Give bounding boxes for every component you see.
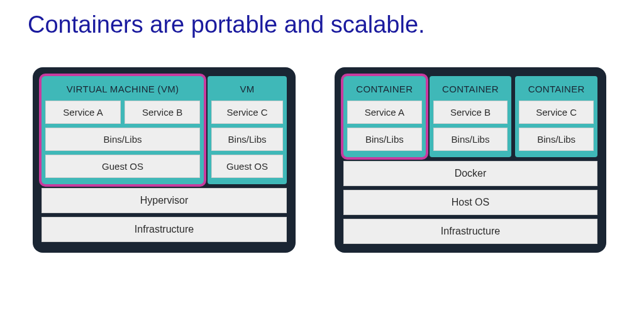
vm-services-row: Service C [208, 101, 287, 124]
vm-box: VM Service C Bins/Libs Guest OS [208, 76, 287, 184]
infrastructure-layer: Infrastructure [343, 219, 597, 244]
service-cell: Service C [211, 101, 283, 124]
service-cell: Service A [347, 101, 422, 124]
service-cell: Service C [519, 101, 594, 124]
guest-os-cell: Guest OS [211, 155, 283, 178]
page-title: Containers are portable and scalable. [0, 0, 644, 38]
service-cell: Service A [45, 101, 121, 124]
vm-header-label: VIRTUAL MACHINE (VM) [42, 76, 204, 101]
service-cell: Service B [433, 101, 508, 124]
container-box: CONTAINER Service C Bins/Libs [515, 76, 597, 157]
container-architecture-panel: CONTAINER Service A Bins/Libs CONTAINER … [335, 67, 606, 253]
vm-row: VIRTUAL MACHINE (VM) Service A Service B… [42, 76, 287, 184]
container-row: CONTAINER Service A Bins/Libs CONTAINER … [343, 76, 597, 157]
vm-box-highlighted: VIRTUAL MACHINE (VM) Service A Service B… [39, 74, 206, 187]
bins-libs-cell: Bins/Libs [519, 128, 594, 151]
container-header-label: CONTAINER [430, 76, 512, 101]
bins-libs-cell: Bins/Libs [45, 128, 200, 151]
infrastructure-layer: Infrastructure [42, 217, 287, 242]
guest-os-cell: Guest OS [45, 155, 200, 178]
container-header-label: CONTAINER [343, 76, 426, 101]
docker-layer: Docker [343, 161, 597, 186]
vm-services-row: Service A Service B [42, 101, 204, 124]
vm-architecture-panel: VIRTUAL MACHINE (VM) Service A Service B… [33, 67, 296, 253]
bins-libs-cell: Bins/Libs [433, 128, 508, 151]
container-box-highlighted: CONTAINER Service A Bins/Libs [341, 74, 428, 160]
container-header-label: CONTAINER [515, 76, 597, 101]
bins-libs-cell: Bins/Libs [211, 128, 283, 151]
hypervisor-layer: Hypervisor [42, 188, 287, 213]
service-cell: Service B [125, 101, 200, 124]
diagrams-wrapper: VIRTUAL MACHINE (VM) Service A Service B… [0, 38, 644, 253]
container-box: CONTAINER Service B Bins/Libs [430, 76, 512, 157]
vm-header-label: VM [208, 76, 287, 101]
bins-libs-cell: Bins/Libs [347, 128, 422, 151]
host-os-layer: Host OS [343, 190, 597, 215]
